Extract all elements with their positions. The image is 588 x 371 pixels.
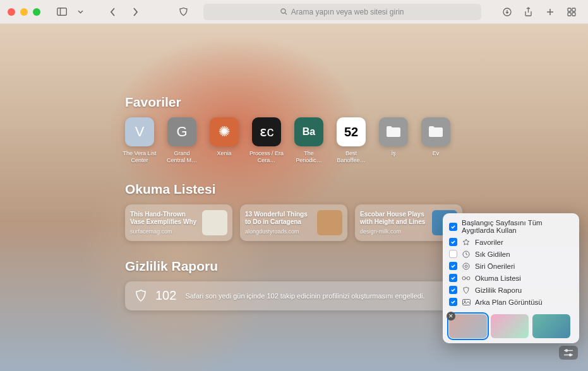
start-page-settings-button[interactable] [559,346,578,360]
favorite-item[interactable]: 52Best Banoffee… [337,117,366,164]
close-window-button[interactable] [8,8,15,16]
settings-option-label: Arka Plan Görüntüsü [475,298,543,306]
share-button[interactable] [520,4,537,20]
reading-item-title: 13 Wonderful Things to Do in Cartagena [245,211,312,227]
start-page-settings-popover: Başlangıç Sayfasını Tüm Aygıtlarda Kulla… [443,213,579,343]
sidebar-toggle-button[interactable] [53,4,71,20]
clock-icon [462,250,471,258]
favorite-item[interactable]: Ev [421,117,450,164]
settings-option-row[interactable]: Gizlilik Raporu [448,284,574,296]
settings-option-label: Siri Önerileri [475,262,515,270]
svg-rect-5 [568,8,571,11]
reading-list-item[interactable]: 13 Wonderful Things to Do in Cartagenaal… [240,204,347,241]
address-bar[interactable]: Arama yapın veya web sitesi girin [203,4,481,20]
favorite-label: Best Banoffee… [333,150,369,164]
favorite-item[interactable]: VThe Vera List Center [125,117,154,164]
svg-point-11 [465,265,467,268]
window-controls [8,8,40,16]
minimize-window-button[interactable] [20,8,28,16]
reading-item-title: Escobar House Plays with Height and Line… [360,211,427,227]
wallpaper-picker: ✕ [448,313,574,339]
favorite-label: Process / Era Cera… [249,150,284,164]
favorite-label: Grand Central M… [164,150,200,164]
svg-point-17 [565,350,567,351]
settings-option-label: Sık Gidilen [475,250,510,258]
glasses-icon [462,276,471,281]
svg-point-13 [467,276,470,280]
favorite-item[interactable]: İş [379,117,408,164]
settings-option-row[interactable]: Favoriler [448,236,574,248]
favorite-label: The Vera List Center [122,150,157,164]
shield-icon [135,290,147,302]
favorite-tile: G [167,117,196,146]
forward-button[interactable] [126,4,144,20]
wallpaper-option[interactable]: ✕ [449,314,487,338]
svg-point-10 [463,263,469,269]
settings-checkbox[interactable] [449,298,457,306]
favorite-label: İş [376,150,411,157]
wallpaper-option[interactable] [532,314,570,338]
settings-option-label: Okuma Listesi [475,274,521,282]
shield-icon [462,286,471,294]
search-icon [280,8,287,15]
settings-checkbox[interactable] [449,262,457,270]
new-tab-button[interactable] [541,4,559,20]
window-titlebar: Arama yapın veya web sitesi girin [0,0,588,24]
favorite-label: The Periodic… [291,150,327,164]
settings-option-row[interactable]: Siri Önerileri [448,260,574,272]
address-placeholder: Arama yapın veya web sitesi girin [291,8,404,16]
image-icon [462,299,471,305]
favorite-item[interactable]: ✺Xenia [210,117,239,164]
siri-icon [462,262,471,270]
favorite-tile: Ba [294,117,323,146]
svg-point-15 [464,300,465,302]
favorite-item[interactable]: BaThe Periodic… [294,117,323,164]
settings-option-row[interactable]: Arka Plan Görüntüsü [448,296,574,308]
settings-checkbox[interactable] [449,286,457,294]
tab-group-dropdown[interactable] [76,4,85,20]
reading-item-domain: surfacemag.com [130,228,197,235]
privacy-report-card[interactable]: 102 Safari son yedi gün içinde 102 takip… [125,281,466,310]
settings-option-label: Başlangıç Sayfasını Tüm Aygıtlarda Kulla… [462,219,573,234]
downloads-button[interactable] [498,4,516,20]
settings-option-label: Gizlilik Raporu [475,286,522,294]
svg-rect-6 [572,8,575,11]
privacy-report-text: Safari son yedi gün içinde 102 takip edi… [185,292,424,300]
wallpaper-remove-button[interactable]: ✕ [447,312,455,321]
sliders-icon [563,349,573,356]
settings-option-row[interactable]: Sık Gidilen [448,248,574,260]
settings-option-row[interactable]: Başlangıç Sayfasını Tüm Aygıtlarda Kulla… [448,217,574,236]
reading-item-thumb [317,210,342,235]
reading-item-title: This Hand-Thrown Vase Exemplifies Why Ce… [130,211,197,227]
back-button[interactable] [104,4,121,20]
svg-rect-7 [568,13,571,16]
settings-checkbox[interactable] [449,238,457,246]
svg-line-3 [285,13,287,15]
favorite-tile: ɛc [252,117,281,146]
settings-checkbox[interactable] [449,274,457,282]
reading-list-item[interactable]: This Hand-Thrown Vase Exemplifies Why Ce… [125,204,232,241]
settings-option-row[interactable]: Okuma Listesi [448,272,574,284]
reading-item-thumb [202,210,227,235]
privacy-report-button[interactable] [174,4,192,20]
svg-rect-0 [57,8,67,16]
star-icon [462,238,471,246]
tab-overview-button[interactable] [563,4,580,20]
settings-checkbox[interactable] [449,223,457,231]
reading-list-heading: Okuma Listesi [125,182,563,197]
favorites-section: Favoriler VThe Vera List CenterGGrand Ce… [125,95,563,164]
reading-item-domain: alongdustyroads.com [245,228,312,235]
svg-point-12 [462,276,465,280]
favorite-label: Xenia [207,150,242,157]
svg-point-19 [569,354,571,356]
favorite-label: Ev [418,150,453,157]
settings-checkbox[interactable] [449,250,457,258]
favorite-tile [421,117,450,146]
zoom-window-button[interactable] [33,8,40,16]
favorites-heading: Favoriler [125,95,563,110]
favorite-item[interactable]: GGrand Central M… [167,117,196,164]
privacy-tracker-count: 102 [155,288,176,303]
wallpaper-option[interactable] [491,314,529,338]
favorite-item[interactable]: ɛcProcess / Era Cera… [252,117,281,164]
favorite-tile [379,117,408,146]
